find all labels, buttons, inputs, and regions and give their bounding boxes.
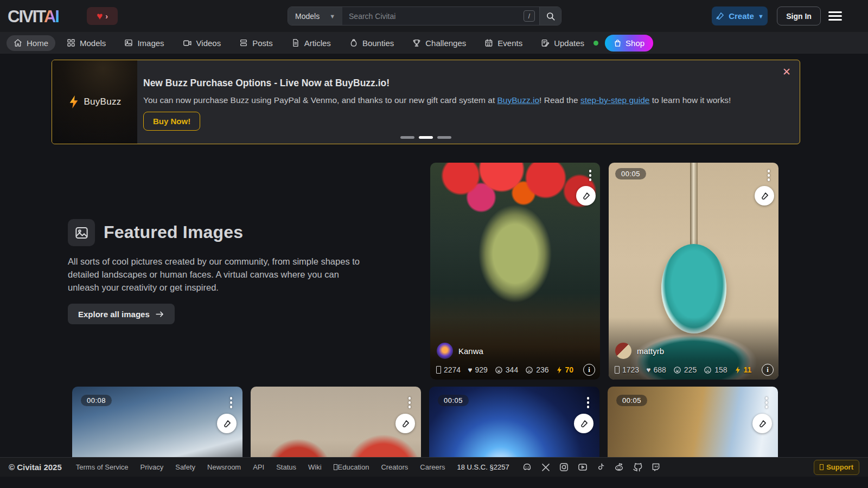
social-links [521, 462, 661, 472]
bolt-icon [735, 366, 741, 374]
nav-label: Posts [252, 38, 273, 48]
footer-link-careers[interactable]: Careers [420, 463, 445, 471]
like-icon [436, 366, 441, 374]
sign-in-button[interactable]: Sign In [777, 7, 821, 25]
nav-item-posts[interactable]: Posts [232, 35, 280, 51]
banner-title: New Buzz Purchase Options - Live Now at … [143, 78, 390, 89]
buzz-stat[interactable]: 70 [556, 365, 574, 374]
card-menu-icon[interactable] [228, 395, 234, 410]
featured-card-1[interactable]: Kanwa 2274 ♥929 344 236 70 i [430, 163, 600, 380]
nav-item-updates[interactable]: Updates [534, 35, 591, 51]
banner-text: ! Read the [539, 95, 580, 105]
like-stat[interactable]: 1723 [615, 365, 639, 374]
photo-icon [74, 226, 89, 240]
laugh-stat[interactable]: 344 [495, 365, 518, 374]
brush-icon [716, 11, 725, 21]
footer-link-terms[interactable]: Terms of Service [76, 463, 129, 471]
card-menu-icon[interactable] [588, 168, 593, 183]
cry-icon [525, 366, 533, 374]
nav-item-events[interactable]: Events [477, 35, 529, 51]
like-count: 1723 [622, 365, 639, 374]
footer-link-wiki[interactable]: Wiki [308, 463, 322, 471]
cry-count: 158 [714, 365, 727, 374]
remix-button[interactable] [217, 414, 237, 433]
like-stat[interactable]: 2274 [436, 365, 461, 374]
buybuzz-logo-text: BuyBuzz [84, 97, 121, 107]
footer-link-newsroom[interactable]: Newsroom [207, 463, 241, 471]
username: Kanwa [458, 346, 483, 356]
footer-link-education[interactable]: Education [334, 463, 369, 471]
instagram-icon[interactable] [559, 462, 569, 472]
heart-stat[interactable]: ♥688 [646, 365, 666, 374]
card-menu-icon[interactable] [407, 395, 413, 410]
nav-item-bounties[interactable]: Bounties [342, 35, 401, 51]
youtube-icon[interactable] [577, 462, 588, 472]
footer-link-creators[interactable]: Creators [381, 463, 408, 471]
create-button[interactable]: Create ▼ [712, 7, 768, 25]
laugh-stat[interactable]: 225 [673, 365, 697, 374]
info-icon[interactable]: i [583, 364, 595, 376]
search-button[interactable] [539, 7, 561, 25]
card-menu-icon[interactable] [766, 168, 772, 183]
footer-link-safety[interactable]: Safety [175, 463, 195, 471]
footer-links: Terms of Service Privacy Safety Newsroom… [76, 463, 509, 471]
card-user-row[interactable]: mattyrb [615, 343, 664, 359]
events-calendar-icon [484, 38, 493, 47]
explore-all-images-button[interactable]: Explore all images [68, 304, 175, 324]
nav-label: Articles [304, 38, 331, 48]
discord-icon[interactable] [521, 462, 533, 472]
hamburger-menu-icon[interactable] [828, 11, 842, 21]
cry-stat[interactable]: 236 [525, 365, 548, 374]
heart-count: 688 [653, 365, 666, 374]
laugh-icon [495, 366, 503, 374]
card-menu-icon[interactable] [764, 395, 770, 410]
buzz-stat[interactable]: 11 [735, 365, 752, 374]
arrow-right-icon [155, 310, 164, 318]
reddit-icon[interactable] [614, 462, 624, 472]
civitai-logo[interactable]: CIVITAI [8, 7, 59, 27]
posts-icon [239, 38, 248, 47]
banner-close-icon[interactable]: ✕ [782, 67, 791, 77]
remix-button[interactable] [576, 186, 596, 206]
carousel-dot[interactable] [437, 136, 451, 139]
carousel-dot-active[interactable] [419, 136, 433, 139]
card-user-row[interactable]: Kanwa [437, 343, 483, 359]
info-icon[interactable]: i [762, 364, 774, 376]
footer-link-api[interactable]: API [253, 463, 264, 471]
step-by-step-guide-link[interactable]: step-by-step guide [580, 95, 650, 105]
footer-link-privacy[interactable]: Privacy [141, 463, 164, 471]
search-category-dropdown[interactable]: Models ▼ [288, 7, 342, 25]
like-count: 2274 [444, 365, 461, 374]
nav-item-shop[interactable]: Shop [605, 35, 653, 52]
remix-button[interactable] [574, 414, 593, 433]
github-icon[interactable] [633, 462, 643, 472]
support-button[interactable]: Support [814, 460, 859, 475]
nav-item-images[interactable]: Images [117, 35, 171, 51]
remix-button[interactable] [755, 186, 774, 206]
nav-item-models[interactable]: Models [60, 35, 113, 51]
footer-link-2257[interactable]: 18 U.S.C. §2257 [457, 463, 509, 471]
x-twitter-icon[interactable] [541, 463, 551, 472]
remix-button[interactable] [752, 414, 772, 433]
nav-item-challenges[interactable]: Challenges [405, 35, 473, 51]
nav-label: Videos [196, 38, 221, 48]
nav-item-articles[interactable]: Articles [284, 35, 338, 51]
sign-in-label: Sign In [786, 12, 812, 21]
cry-stat[interactable]: 158 [704, 365, 727, 374]
nav-label: Updates [554, 38, 584, 48]
search-input[interactable] [342, 7, 524, 25]
footer-link-status[interactable]: Status [276, 463, 296, 471]
featured-card-2[interactable]: 00:05 mattyrb 1723 ♥688 225 158 11 i [609, 163, 778, 380]
tiktok-icon[interactable] [596, 462, 605, 472]
nav-item-home[interactable]: Home [7, 35, 55, 51]
carousel-dot[interactable] [400, 136, 414, 139]
remix-button[interactable] [395, 414, 415, 433]
card-menu-icon[interactable] [585, 395, 591, 410]
nav-item-videos[interactable]: Videos [176, 35, 228, 51]
heart-stat[interactable]: ♥929 [468, 365, 488, 374]
buy-now-button[interactable]: Buy Now! [143, 112, 200, 131]
twitch-icon[interactable] [651, 462, 661, 472]
buybuzz-io-link[interactable]: BuyBuzz.io [497, 95, 540, 105]
slash-shortcut-badge: / [524, 10, 535, 22]
pride-heart-button[interactable]: ♥ › [87, 7, 118, 25]
